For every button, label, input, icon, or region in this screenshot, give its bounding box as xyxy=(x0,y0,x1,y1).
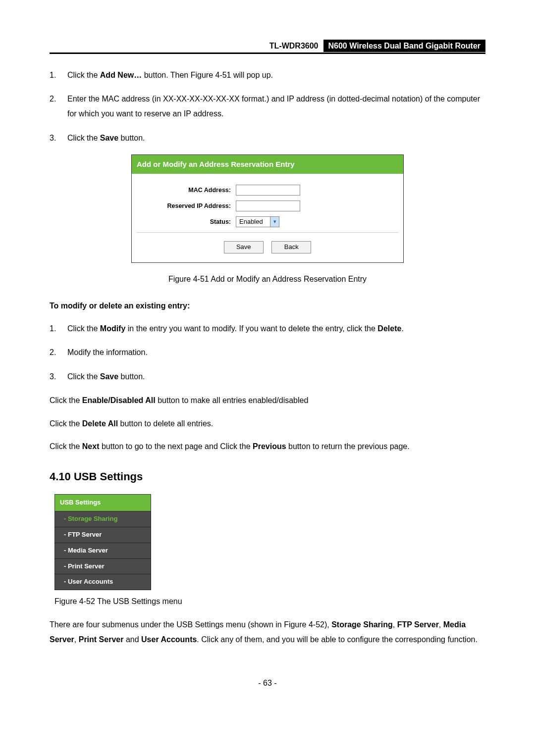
step-number: 2. xyxy=(50,92,67,122)
text-bold: Delete All xyxy=(82,419,118,428)
para-usb-description: There are four submenus under the USB Se… xyxy=(50,617,485,648)
text-bold: Next xyxy=(82,442,100,451)
usb-menu-item-ftp-server[interactable]: - FTP Server xyxy=(54,527,151,543)
status-label: Status: xyxy=(137,217,236,227)
step-text: Enter the MAC address (in XX-XX-XX-XX-XX… xyxy=(67,92,485,122)
text: button to return the previous page. xyxy=(286,442,410,451)
text: Click the xyxy=(50,396,82,404)
text-bold: Previous xyxy=(253,442,286,451)
step-text: Click the Save button. xyxy=(67,131,485,146)
text: Click the xyxy=(50,419,82,428)
text: . Click any of them, and you will be abl… xyxy=(197,635,478,644)
text-bold: FTP Server xyxy=(397,620,439,629)
text: button to go to the next page and Click … xyxy=(99,442,253,451)
figure-address-reservation: Add or Modify an Address Reservation Ent… xyxy=(131,154,404,263)
para-next-prev: Click the Next button to go to the next … xyxy=(50,439,485,454)
step-number: 3. xyxy=(50,369,67,384)
reserved-ip-label: Reserved IP Address: xyxy=(137,201,236,211)
save-button[interactable]: Save xyxy=(224,241,264,253)
steps-modify-delete: 1. Click the Modify in the entry you wan… xyxy=(50,321,485,384)
back-button[interactable]: Back xyxy=(271,241,311,253)
text-bold: User Accounts xyxy=(141,635,197,644)
subheading-modify-delete: To modify or delete an existing entry: xyxy=(50,299,485,313)
text-bold: Save xyxy=(100,134,118,142)
text-bold: Add New… xyxy=(100,71,142,79)
steps-add-reservation: 1. Click the Add New… button. Then Figur… xyxy=(50,68,485,146)
text-bold: Enable/Disabled All xyxy=(82,396,156,404)
product-title: N600 Wireless Dual Band Gigabit Router xyxy=(323,40,485,52)
text: . xyxy=(401,324,403,333)
step-number: 3. xyxy=(50,131,67,146)
figure-title: Add or Modify an Address Reservation Ent… xyxy=(132,155,403,174)
mac-address-label: MAC Address: xyxy=(137,185,236,195)
figure-caption-usb: Figure 4-52 The USB Settings menu xyxy=(54,594,485,609)
model-label: TL-WDR3600 xyxy=(265,40,323,52)
step-number: 1. xyxy=(50,321,67,336)
text: Click the xyxy=(67,372,100,381)
text-bold: Delete xyxy=(377,324,401,333)
page-number: - 63 - xyxy=(50,677,485,690)
status-value: Enabled xyxy=(236,217,270,227)
step-number: 1. xyxy=(50,68,67,83)
figure-usb-menu: USB Settings - Storage Sharing - FTP Ser… xyxy=(54,494,151,590)
text: , xyxy=(439,620,443,629)
text-bold: Print Server xyxy=(79,635,124,644)
text: Click the xyxy=(67,134,100,142)
step-text: Click the Modify in the entry you want t… xyxy=(67,321,485,336)
text: , xyxy=(393,620,397,629)
status-select[interactable]: Enabled ▾ xyxy=(236,216,279,227)
page-header: TL-WDR3600N600 Wireless Dual Band Gigabi… xyxy=(50,40,485,54)
usb-menu-item-user-accounts[interactable]: - User Accounts xyxy=(54,574,151,590)
text-bold: Save xyxy=(100,372,118,381)
mac-address-input[interactable] xyxy=(236,185,300,196)
text: Click the xyxy=(50,442,82,451)
figure-caption: Figure 4-51 Add or Modify an Address Res… xyxy=(50,273,485,286)
text: button. Then Figure 4-51 will pop up. xyxy=(142,71,273,79)
text: button to make all entries enabled/disab… xyxy=(156,396,309,404)
text: Click the xyxy=(67,324,100,333)
text-bold: Storage Sharing xyxy=(331,620,393,629)
text: There are four submenus under the USB Se… xyxy=(50,620,331,629)
reserved-ip-input[interactable] xyxy=(236,201,300,211)
step-text: Click the Save button. xyxy=(67,369,485,384)
usb-menu-header[interactable]: USB Settings xyxy=(54,494,151,511)
step-number: 2. xyxy=(50,345,67,360)
para-delete-all: Click the Delete All button to delete al… xyxy=(50,416,485,431)
text: in the entry you want to modify. If you … xyxy=(125,324,377,333)
usb-menu-item-media-server[interactable]: - Media Server xyxy=(54,543,151,559)
usb-menu-item-storage-sharing[interactable]: - Storage Sharing xyxy=(54,511,151,527)
text: button. xyxy=(118,372,145,381)
text: , xyxy=(74,635,79,644)
text: button. xyxy=(118,134,145,142)
text: Click the xyxy=(67,71,100,79)
chevron-down-icon: ▾ xyxy=(270,217,279,227)
text: and xyxy=(123,635,141,644)
text-bold: Modify xyxy=(100,324,126,333)
para-enable-all: Click the Enable/Disabled All button to … xyxy=(50,393,485,408)
step-text: Modify the information. xyxy=(67,345,485,360)
text: button to delete all entries. xyxy=(118,419,213,428)
step-text: Click the Add New… button. Then Figure 4… xyxy=(67,68,485,83)
usb-menu-item-print-server[interactable]: - Print Server xyxy=(54,559,151,575)
section-heading-usb-settings: 4.10 USB Settings xyxy=(50,468,485,485)
